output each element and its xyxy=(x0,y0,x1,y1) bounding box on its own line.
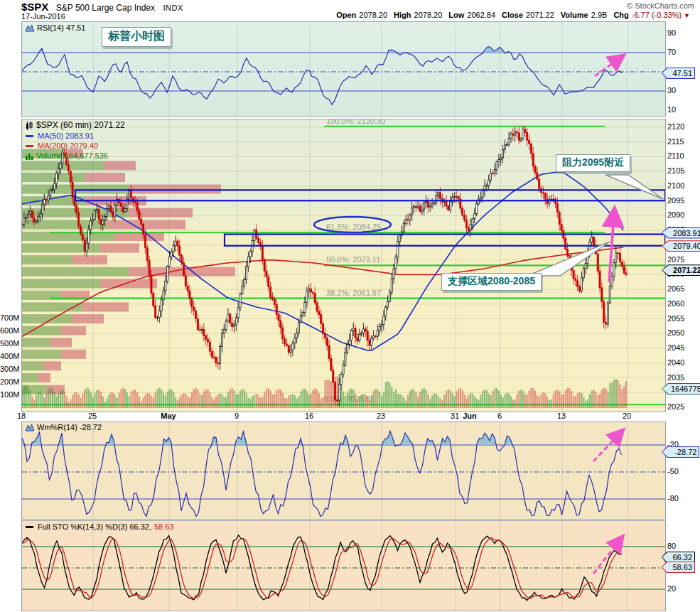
volume-label: Volume 164,677,536 xyxy=(36,151,108,161)
price-ytick: 2105 xyxy=(667,166,684,175)
volume-ytick: 300M xyxy=(0,365,19,373)
rsi-value-badge: 47.51 xyxy=(662,68,695,79)
quote-value: 2078.20 xyxy=(414,11,443,19)
quote-value: 2.9B xyxy=(591,11,608,19)
price-ytick: 2025 xyxy=(667,402,684,411)
x-axis-label: May xyxy=(161,412,176,420)
quote-value: -6.77 (-0.33%) xyxy=(632,11,682,19)
candlestick-icon xyxy=(26,122,33,130)
price-badge-0: 2083.91 xyxy=(662,227,700,239)
x-axis-label: 23 xyxy=(377,412,385,420)
change-down-icon: ▼ xyxy=(684,12,690,19)
wmr-ytick: -50 xyxy=(667,467,679,476)
rsi-legend-label: RSI(14) 47.51 xyxy=(37,23,85,33)
x-axis-label: 25 xyxy=(88,412,97,420)
stochastic-panel xyxy=(21,520,666,611)
volume-ytick: 100M xyxy=(0,390,19,399)
rsi-ytick: 90 xyxy=(667,28,676,37)
blue-range-band xyxy=(225,235,665,246)
x-axis-label: 20 xyxy=(623,412,631,420)
price-badge-0-value: 2083.91 xyxy=(662,228,700,238)
sto-badge-0-value: 66.32 xyxy=(662,552,694,562)
volume-bars-icon xyxy=(26,153,33,160)
williams-r-panel xyxy=(21,422,666,520)
sto-legend: Full STO %K(14,3) %D(3) 66.32, 58.63 xyxy=(26,522,174,532)
sto-ytick: 80 xyxy=(667,542,676,550)
quote-value: 2071.22 xyxy=(526,11,554,19)
quote-label: Close xyxy=(502,11,523,19)
support-annotation: 支撑区域2080-2085 xyxy=(441,273,542,291)
price-ytick: 2115 xyxy=(667,137,684,146)
volume-ytick: 200M xyxy=(0,377,19,386)
svg-text:100.0%: 2120.30: 100.0%: 2120.30 xyxy=(326,119,385,125)
resistance-annotation: 阻力2095附近 xyxy=(556,154,630,172)
x-axis-label: 31 xyxy=(451,412,459,420)
price-badge-2-value: 2071.22 xyxy=(662,265,700,275)
volume-ytick: 700M xyxy=(0,313,19,322)
sto-line-icon xyxy=(26,526,33,528)
sto-k-label: Full STO %K(14,3) %D(3) 66.32, xyxy=(38,522,151,532)
price-ytick: 2120 xyxy=(667,122,684,131)
wmr-value-badge: -28.72 xyxy=(662,446,699,458)
price-ytick: 2035 xyxy=(667,373,684,382)
price-badge-2: 2071.22 xyxy=(662,264,700,276)
x-axis-label: 16 xyxy=(305,412,313,420)
copyright: © StockCharts.com xyxy=(627,1,694,10)
price-ytick: 2040 xyxy=(667,358,684,367)
svg-text:50.0%: 2073.11: 50.0%: 2073.11 xyxy=(326,255,380,264)
quote-label: Volume xyxy=(561,11,588,19)
title-annotation: 标普小时图 xyxy=(102,27,171,47)
price-ytick: 2095 xyxy=(667,196,684,205)
rsi-ytick: 70 xyxy=(667,48,676,56)
sto-badge-1: 58.63 xyxy=(662,562,695,573)
rsi-ytick: 30 xyxy=(667,86,676,95)
quote-value: 2062.84 xyxy=(467,11,495,19)
x-axis-label: Jun xyxy=(463,412,477,420)
rsi-value-badge-value: 47.51 xyxy=(662,68,694,78)
price-badge-1-value: 2079.40 xyxy=(662,241,700,251)
quote-line: Open2078.20High2078.20Low2062.84Close207… xyxy=(330,11,690,19)
quote-label: Chg xyxy=(613,11,628,19)
rsi-ytick: 10 xyxy=(667,105,676,114)
quote-label: Low xyxy=(448,11,464,19)
price-ytick: 2100 xyxy=(667,181,684,190)
wmr-value-badge-value: -28.72 xyxy=(662,447,699,457)
chart-date: 17-Jun-2016 xyxy=(21,12,65,21)
volume-ytick: 600M xyxy=(0,326,19,335)
price-ytick: 2090 xyxy=(667,210,684,219)
price-ytick: 2060 xyxy=(667,299,684,308)
svg-text:61.8%: 2084.25: 61.8%: 2084.25 xyxy=(326,222,381,231)
x-axis-label: 6 xyxy=(497,412,502,420)
volume-bars xyxy=(22,374,627,408)
main-legend-ma50: MA(50) 2083.91 xyxy=(26,131,94,141)
quote-label: High xyxy=(394,11,411,19)
price-badge-3: 1646775 xyxy=(662,383,700,394)
volume-ytick: 500M xyxy=(0,339,19,348)
ma200-line-icon xyxy=(26,145,33,147)
mountain-icon xyxy=(26,24,34,32)
exchange: INDX xyxy=(163,4,183,12)
symbol-name: S&P 500 Large Cap Index xyxy=(56,3,155,13)
volume-ytick: 400M xyxy=(0,352,19,360)
wmr-legend-label: Wm%R(14) -28.72 xyxy=(37,423,102,432)
price-ytick: 2050 xyxy=(667,328,684,337)
price-ytick: 2075 xyxy=(667,255,684,264)
price-badge-1: 2079.40 xyxy=(662,240,700,252)
stochastic-plot xyxy=(22,521,665,611)
wmr-ytick: -80 xyxy=(667,494,679,503)
x-axis-label: 9 xyxy=(235,412,239,420)
quote-value: 2078.20 xyxy=(359,11,387,19)
main-legend-ma200: MA(200) 2079.40 xyxy=(26,141,98,151)
price-ytick: 2045 xyxy=(667,343,684,352)
price-ytick: 2055 xyxy=(667,314,684,323)
quote-label: Open xyxy=(336,11,356,19)
symbol: $SPX xyxy=(21,1,48,13)
rsi-legend: RSI(14) 47.51 xyxy=(26,23,85,33)
x-axis-label: 18 xyxy=(17,412,26,420)
ma200-label: MA(200) 2079.40 xyxy=(38,141,98,151)
svg-text:38.2%: 2061.97: 38.2%: 2061.97 xyxy=(326,289,381,297)
x-axis-label: 13 xyxy=(557,412,566,420)
main-legend-symbol: $SPX (60 min) 2071.22 xyxy=(26,121,125,130)
sto-badge-1-value: 58.63 xyxy=(662,562,694,572)
price-ytick: 2110 xyxy=(667,151,684,160)
